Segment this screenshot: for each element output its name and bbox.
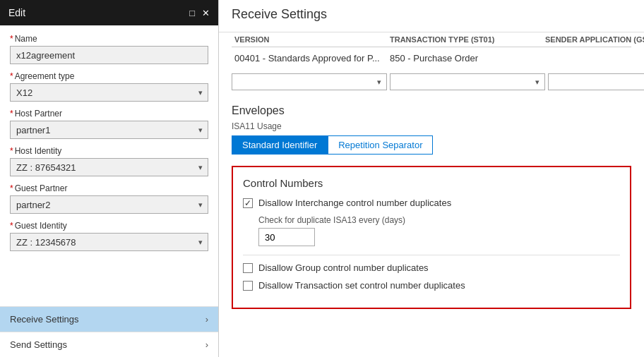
guest-identity-select-wrapper: ZZ : 12345678 bbox=[10, 233, 208, 251]
control-numbers-box: Control Numbers Disallow Interchange con… bbox=[232, 166, 631, 309]
left-panel-header: Edit □ ✕ bbox=[0, 0, 218, 25]
transaction-select-wrapper bbox=[390, 73, 545, 90]
required-star-6: * bbox=[10, 221, 13, 231]
cell-version: 00401 - Standards Approved for P... bbox=[232, 53, 387, 63]
header-icons: □ ✕ bbox=[189, 8, 210, 18]
host-partner-field-group: *Host Partner partner1 bbox=[10, 109, 208, 139]
right-panel: Receive Settings VERSION TRANSACTION TYP… bbox=[219, 0, 644, 357]
required-star-5: * bbox=[10, 183, 13, 193]
name-label: *Name bbox=[10, 34, 208, 44]
left-panel: Edit □ ✕ *Name *Agreement type X12 bbox=[0, 0, 219, 357]
host-partner-label: *Host Partner bbox=[10, 109, 208, 119]
guest-partner-select-wrapper: partner2 bbox=[10, 195, 208, 214]
checkbox-row-1: Disallow Interchange control number dupl… bbox=[243, 198, 620, 208]
host-partner-select-wrapper: partner1 bbox=[10, 121, 208, 139]
cell-transaction: 850 - Purchase Order bbox=[387, 53, 542, 63]
sender-input-wrapper bbox=[548, 73, 644, 90]
guest-partner-field-group: *Guest Partner partner2 bbox=[10, 183, 208, 214]
chevron-right-icon-receive: › bbox=[205, 314, 208, 325]
isa13-days-input[interactable] bbox=[258, 228, 315, 246]
col-header-version: VERSION bbox=[232, 35, 387, 44]
tab-standard-identifier[interactable]: Standard Identifier bbox=[232, 135, 328, 155]
isa13-sub-label: Check for duplicate ISA13 every (days) bbox=[258, 215, 620, 225]
checkbox-row-2: Disallow Group control number duplicates bbox=[243, 262, 620, 273]
chevron-right-icon-send: › bbox=[205, 339, 208, 350]
right-title: Receive Settings bbox=[232, 7, 631, 22]
table-row: 00401 - Standards Approved for P... 850 … bbox=[232, 50, 631, 66]
control-numbers-title: Control Numbers bbox=[243, 177, 620, 189]
isa13-sub-group: Check for duplicate ISA13 every (days) bbox=[258, 215, 620, 246]
nav-items: Receive Settings › Send Settings › bbox=[0, 306, 218, 357]
version-select-wrapper bbox=[232, 73, 387, 90]
transaction-duplicate-checkbox[interactable] bbox=[243, 281, 253, 291]
checkbox-row-3: Disallow Transaction set control number … bbox=[243, 280, 620, 291]
right-header: Receive Settings bbox=[219, 0, 644, 32]
guest-identity-field-group: *Guest Identity ZZ : 12345678 bbox=[10, 221, 208, 251]
host-partner-select[interactable]: partner1 bbox=[10, 121, 208, 139]
col-header-sender: SENDER APPLICATION (GS02) bbox=[542, 35, 644, 44]
cell-sender bbox=[542, 53, 644, 63]
required-star-2: * bbox=[10, 71, 13, 81]
group-duplicate-label: Disallow Group control number duplicates bbox=[258, 262, 429, 273]
name-field-group: *Name bbox=[10, 34, 208, 64]
sender-input[interactable] bbox=[548, 73, 644, 90]
table-area: VERSION TRANSACTION TYPE (ST01) SENDER A… bbox=[232, 32, 631, 93]
interchange-duplicate-label: Disallow Interchange control number dupl… bbox=[258, 198, 451, 208]
transaction-select[interactable] bbox=[390, 73, 545, 90]
agreement-type-label: *Agreement type bbox=[10, 71, 208, 81]
host-identity-select[interactable]: ZZ : 87654321 bbox=[10, 158, 208, 176]
required-star: * bbox=[10, 34, 13, 44]
right-content: VERSION TRANSACTION TYPE (ST01) SENDER A… bbox=[219, 32, 644, 357]
group-duplicate-checkbox[interactable] bbox=[243, 263, 253, 273]
agreement-type-select[interactable]: X12 bbox=[10, 83, 208, 102]
isa11-tab-group: Standard Identifier Repetition Separator bbox=[232, 135, 631, 155]
minimize-icon[interactable]: □ bbox=[189, 8, 195, 18]
name-input[interactable] bbox=[10, 46, 208, 64]
close-icon[interactable]: ✕ bbox=[202, 8, 210, 18]
table-input-row bbox=[232, 71, 631, 93]
host-identity-field-group: *Host Identity ZZ : 87654321 bbox=[10, 146, 208, 176]
interchange-duplicate-checkbox[interactable] bbox=[243, 198, 253, 208]
required-star-3: * bbox=[10, 109, 13, 119]
agreement-type-select-wrapper: X12 bbox=[10, 83, 208, 102]
transaction-duplicate-label: Disallow Transaction set control number … bbox=[258, 280, 465, 291]
version-select[interactable] bbox=[232, 73, 387, 90]
divider-1 bbox=[243, 255, 620, 255]
guest-identity-select[interactable]: ZZ : 12345678 bbox=[10, 233, 208, 251]
guest-partner-label: *Guest Partner bbox=[10, 183, 208, 193]
agreement-type-field-group: *Agreement type X12 bbox=[10, 71, 208, 102]
envelopes-title: Envelopes bbox=[232, 104, 631, 117]
host-identity-label: *Host Identity bbox=[10, 146, 208, 156]
nav-item-send-label: Send Settings bbox=[10, 339, 67, 350]
host-identity-select-wrapper: ZZ : 87654321 bbox=[10, 158, 208, 176]
guest-partner-select[interactable]: partner2 bbox=[10, 195, 208, 214]
table-header-row: VERSION TRANSACTION TYPE (ST01) SENDER A… bbox=[232, 32, 631, 47]
col-header-transaction: TRANSACTION TYPE (ST01) bbox=[387, 35, 542, 44]
tab-repetition-separator[interactable]: Repetition Separator bbox=[328, 135, 433, 155]
left-content: *Name *Agreement type X12 *Host Partner … bbox=[0, 25, 218, 303]
left-panel-title: Edit bbox=[8, 7, 25, 18]
nav-item-send-settings[interactable]: Send Settings › bbox=[0, 332, 218, 357]
guest-identity-label: *Guest Identity bbox=[10, 221, 208, 231]
required-star-4: * bbox=[10, 146, 13, 156]
nav-item-receive-settings[interactable]: Receive Settings › bbox=[0, 306, 218, 332]
nav-item-receive-label: Receive Settings bbox=[10, 314, 79, 325]
isa11-label: ISA11 Usage bbox=[232, 121, 631, 131]
